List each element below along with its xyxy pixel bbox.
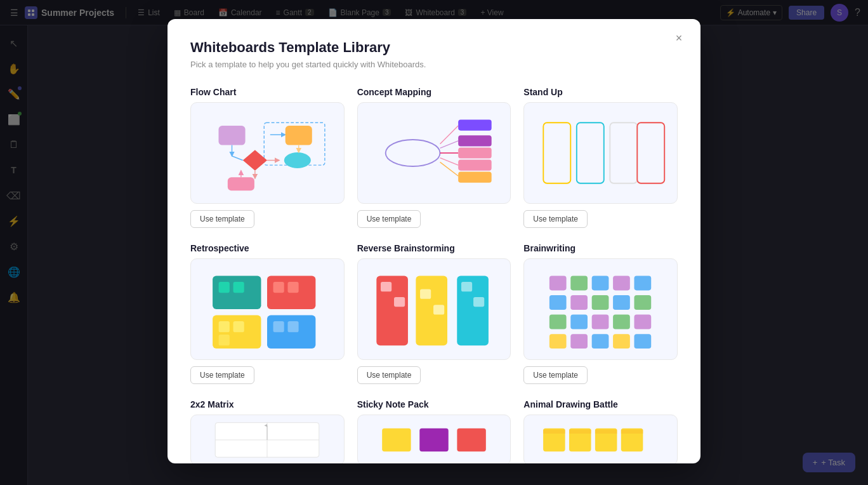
svg-rect-65 bbox=[549, 315, 567, 329]
template-item-reverse-brainstorming: Reverse Brainstorming bbox=[357, 243, 511, 384]
svg-line-19 bbox=[440, 126, 459, 144]
svg-rect-59 bbox=[634, 276, 651, 291]
svg-point-18 bbox=[386, 140, 440, 166]
svg-rect-37 bbox=[273, 282, 284, 293]
use-template-stand-up[interactable]: Use template bbox=[523, 210, 588, 228]
svg-rect-80 bbox=[419, 429, 448, 451]
template-modal: × Whiteboards Template Library Pick a te… bbox=[168, 19, 700, 463]
svg-rect-34 bbox=[219, 282, 230, 293]
svg-rect-55 bbox=[549, 276, 567, 291]
modal-title: Whiteboards Template Library bbox=[190, 39, 678, 56]
svg-rect-42 bbox=[219, 335, 230, 345]
use-template-reverse-brainstorming[interactable]: Use template bbox=[357, 366, 421, 384]
svg-rect-61 bbox=[570, 295, 588, 310]
template-grid: Flow Chart bbox=[190, 87, 678, 463]
template-label-2x2-matrix: 2x2 Matrix bbox=[190, 399, 345, 409]
svg-rect-58 bbox=[613, 276, 630, 291]
svg-rect-81 bbox=[457, 429, 485, 451]
svg-rect-70 bbox=[549, 334, 567, 349]
template-preview-reverse-brainstorming bbox=[357, 258, 511, 360]
svg-rect-56 bbox=[570, 276, 588, 291]
svg-rect-40 bbox=[219, 321, 230, 332]
svg-rect-71 bbox=[570, 334, 588, 349]
template-item-concept-mapping: Concept Mapping bbox=[357, 87, 511, 228]
template-item-brainwriting: Brainwriting bbox=[523, 243, 678, 384]
template-item-sticky-note-pack: Sticky Note Pack Use template bbox=[357, 399, 511, 463]
use-template-brainwriting[interactable]: Use template bbox=[523, 366, 588, 384]
svg-rect-63 bbox=[613, 295, 630, 310]
modal-overlay: × Whiteboards Template Library Pick a te… bbox=[0, 0, 868, 485]
svg-line-11 bbox=[232, 156, 243, 161]
template-label-flow-chart: Flow Chart bbox=[190, 87, 345, 97]
svg-rect-57 bbox=[591, 276, 608, 291]
template-label-reverse-brainstorming: Reverse Brainstorming bbox=[357, 243, 511, 253]
use-template-flow-chart[interactable]: Use template bbox=[190, 210, 254, 228]
template-preview-stand-up bbox=[523, 102, 678, 204]
template-label-stand-up: Stand Up bbox=[523, 87, 678, 97]
svg-rect-60 bbox=[549, 295, 567, 310]
template-preview-animal-drawing-battle bbox=[523, 415, 678, 463]
svg-rect-27 bbox=[458, 160, 492, 171]
svg-rect-38 bbox=[288, 282, 299, 293]
svg-line-20 bbox=[440, 141, 459, 148]
svg-rect-86 bbox=[543, 430, 565, 434]
svg-rect-32 bbox=[637, 123, 664, 183]
svg-rect-69 bbox=[634, 315, 651, 329]
svg-rect-72 bbox=[591, 334, 608, 349]
template-label-brainwriting: Brainwriting bbox=[523, 243, 678, 253]
template-label-sticky-note-pack: Sticky Note Pack bbox=[357, 399, 511, 409]
svg-rect-8 bbox=[286, 126, 312, 145]
svg-rect-28 bbox=[458, 172, 492, 183]
svg-rect-47 bbox=[381, 282, 391, 291]
svg-rect-29 bbox=[543, 123, 570, 183]
svg-rect-24 bbox=[458, 120, 492, 131]
use-template-retrospective[interactable]: Use template bbox=[190, 366, 254, 384]
svg-rect-66 bbox=[570, 315, 588, 329]
svg-marker-9 bbox=[243, 150, 267, 171]
svg-rect-13 bbox=[228, 177, 254, 190]
template-label-animal-drawing-battle: Animal Drawing Battle bbox=[523, 399, 678, 409]
svg-rect-44 bbox=[273, 321, 284, 332]
template-item-stand-up: Stand Up Use template bbox=[523, 87, 678, 228]
svg-rect-64 bbox=[634, 295, 651, 310]
svg-rect-41 bbox=[233, 321, 244, 332]
svg-rect-67 bbox=[591, 315, 608, 329]
svg-rect-48 bbox=[394, 297, 405, 307]
svg-rect-26 bbox=[458, 147, 492, 158]
svg-rect-89 bbox=[621, 430, 643, 434]
svg-rect-6 bbox=[219, 126, 246, 145]
svg-rect-54 bbox=[473, 297, 484, 307]
svg-rect-53 bbox=[461, 282, 472, 291]
template-label-concept-mapping: Concept Mapping bbox=[357, 87, 511, 97]
template-preview-flow-chart bbox=[190, 102, 345, 204]
svg-rect-45 bbox=[288, 321, 299, 332]
template-item-animal-drawing-battle: Animal Drawing Battle Use template bbox=[523, 399, 678, 463]
template-item-flow-chart: Flow Chart bbox=[190, 87, 345, 228]
svg-rect-88 bbox=[595, 430, 617, 434]
svg-rect-30 bbox=[576, 123, 603, 183]
svg-rect-51 bbox=[433, 305, 444, 314]
svg-rect-73 bbox=[613, 334, 630, 349]
modal-close-button[interactable]: × bbox=[670, 29, 688, 47]
svg-rect-68 bbox=[613, 315, 630, 329]
modal-subtitle: Pick a template to help you get started … bbox=[190, 60, 678, 69]
template-label-retrospective: Retrospective bbox=[190, 243, 345, 253]
template-preview-concept-mapping bbox=[357, 102, 511, 204]
template-item-2x2-matrix: 2x2 Matrix bbox=[190, 399, 345, 463]
svg-rect-87 bbox=[569, 430, 591, 434]
template-item-retrospective: Retrospective bbox=[190, 243, 345, 384]
svg-rect-25 bbox=[458, 135, 492, 146]
use-template-concept-mapping[interactable]: Use template bbox=[357, 210, 421, 228]
svg-rect-35 bbox=[233, 282, 244, 293]
svg-rect-31 bbox=[610, 123, 637, 183]
template-preview-brainwriting bbox=[523, 258, 678, 360]
svg-point-15 bbox=[284, 152, 311, 168]
svg-rect-62 bbox=[591, 295, 608, 310]
template-preview-sticky-note-pack bbox=[357, 415, 511, 463]
template-preview-retrospective bbox=[190, 258, 345, 360]
svg-rect-50 bbox=[420, 289, 431, 299]
template-preview-2x2-matrix bbox=[190, 415, 345, 463]
svg-rect-79 bbox=[382, 429, 411, 451]
svg-rect-74 bbox=[634, 334, 651, 349]
